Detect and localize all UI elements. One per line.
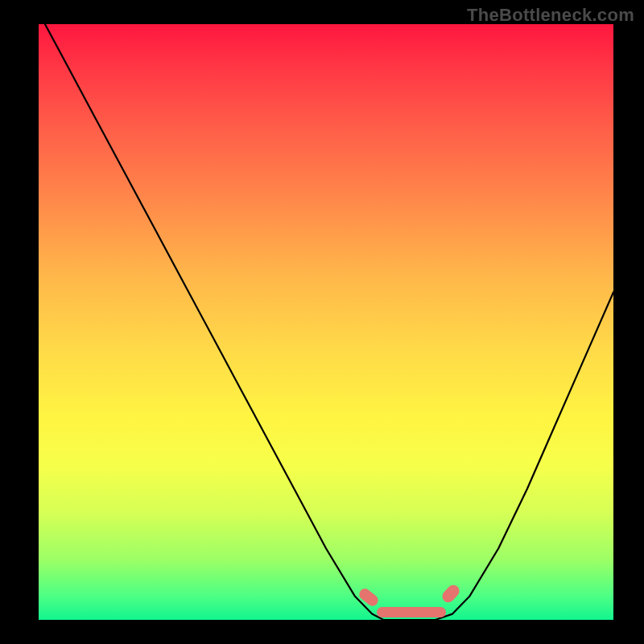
plot-area (39, 24, 613, 620)
watermark-text: TheBottleneck.com (467, 5, 634, 26)
optimal-range-flat (377, 607, 446, 617)
bottleneck-curve (39, 24, 613, 620)
curve-path (39, 24, 613, 620)
chart-frame: TheBottleneck.com (0, 0, 644, 644)
